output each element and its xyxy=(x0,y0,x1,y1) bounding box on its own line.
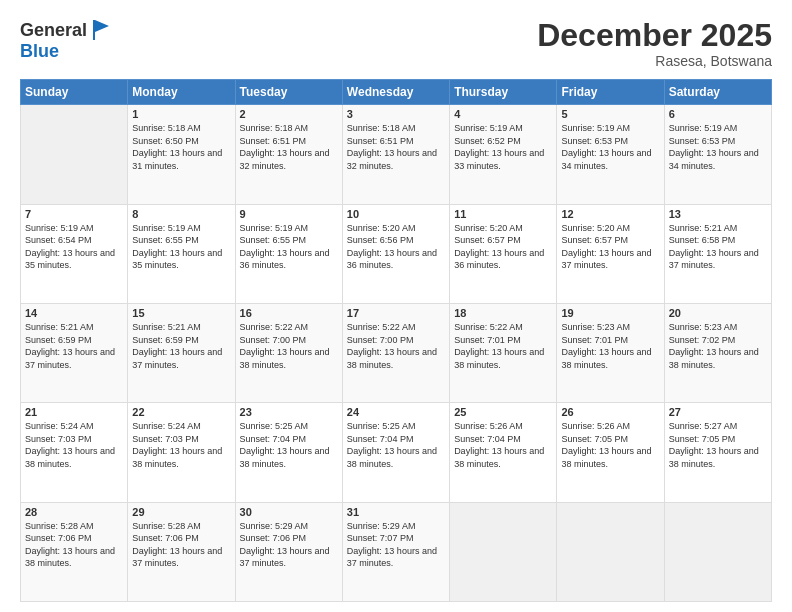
logo-flag-icon xyxy=(89,18,113,42)
day-number: 3 xyxy=(347,108,445,120)
day-info: Sunrise: 5:23 AM Sunset: 7:01 PM Dayligh… xyxy=(561,321,659,371)
day-number: 23 xyxy=(240,406,338,418)
day-number: 5 xyxy=(561,108,659,120)
day-number: 9 xyxy=(240,208,338,220)
calendar-cell: 1 Sunrise: 5:18 AM Sunset: 6:50 PM Dayli… xyxy=(128,105,235,204)
calendar-cell: 12 Sunrise: 5:20 AM Sunset: 6:57 PM Dayl… xyxy=(557,204,664,303)
day-info: Sunrise: 5:29 AM Sunset: 7:06 PM Dayligh… xyxy=(240,520,338,570)
day-header-saturday: Saturday xyxy=(664,80,771,105)
calendar-week-row: 14 Sunrise: 5:21 AM Sunset: 6:59 PM Dayl… xyxy=(21,303,772,402)
calendar-cell: 23 Sunrise: 5:25 AM Sunset: 7:04 PM Dayl… xyxy=(235,403,342,502)
day-info: Sunrise: 5:26 AM Sunset: 7:05 PM Dayligh… xyxy=(561,420,659,470)
day-info: Sunrise: 5:19 AM Sunset: 6:52 PM Dayligh… xyxy=(454,122,552,172)
day-info: Sunrise: 5:19 AM Sunset: 6:53 PM Dayligh… xyxy=(561,122,659,172)
calendar-cell: 24 Sunrise: 5:25 AM Sunset: 7:04 PM Dayl… xyxy=(342,403,449,502)
day-number: 1 xyxy=(132,108,230,120)
day-info: Sunrise: 5:19 AM Sunset: 6:55 PM Dayligh… xyxy=(240,222,338,272)
day-info: Sunrise: 5:19 AM Sunset: 6:53 PM Dayligh… xyxy=(669,122,767,172)
day-number: 24 xyxy=(347,406,445,418)
page: General Blue December 2025 Rasesa, Botsw… xyxy=(0,0,792,612)
calendar-cell xyxy=(450,502,557,601)
day-info: Sunrise: 5:23 AM Sunset: 7:02 PM Dayligh… xyxy=(669,321,767,371)
day-info: Sunrise: 5:20 AM Sunset: 6:57 PM Dayligh… xyxy=(454,222,552,272)
calendar-cell: 4 Sunrise: 5:19 AM Sunset: 6:52 PM Dayli… xyxy=(450,105,557,204)
day-number: 12 xyxy=(561,208,659,220)
calendar-cell: 31 Sunrise: 5:29 AM Sunset: 7:07 PM Dayl… xyxy=(342,502,449,601)
calendar-cell: 29 Sunrise: 5:28 AM Sunset: 7:06 PM Dayl… xyxy=(128,502,235,601)
day-number: 10 xyxy=(347,208,445,220)
day-info: Sunrise: 5:18 AM Sunset: 6:51 PM Dayligh… xyxy=(240,122,338,172)
calendar-cell: 18 Sunrise: 5:22 AM Sunset: 7:01 PM Dayl… xyxy=(450,303,557,402)
calendar-cell: 25 Sunrise: 5:26 AM Sunset: 7:04 PM Dayl… xyxy=(450,403,557,502)
title-area: December 2025 Rasesa, Botswana xyxy=(537,18,772,69)
day-number: 18 xyxy=(454,307,552,319)
calendar-cell: 10 Sunrise: 5:20 AM Sunset: 6:56 PM Dayl… xyxy=(342,204,449,303)
day-info: Sunrise: 5:20 AM Sunset: 6:56 PM Dayligh… xyxy=(347,222,445,272)
day-info: Sunrise: 5:24 AM Sunset: 7:03 PM Dayligh… xyxy=(132,420,230,470)
day-number: 17 xyxy=(347,307,445,319)
day-info: Sunrise: 5:22 AM Sunset: 7:01 PM Dayligh… xyxy=(454,321,552,371)
day-header-monday: Monday xyxy=(128,80,235,105)
calendar-cell: 9 Sunrise: 5:19 AM Sunset: 6:55 PM Dayli… xyxy=(235,204,342,303)
day-number: 7 xyxy=(25,208,123,220)
day-info: Sunrise: 5:26 AM Sunset: 7:04 PM Dayligh… xyxy=(454,420,552,470)
calendar-cell xyxy=(557,502,664,601)
day-number: 2 xyxy=(240,108,338,120)
day-info: Sunrise: 5:25 AM Sunset: 7:04 PM Dayligh… xyxy=(347,420,445,470)
calendar-cell: 13 Sunrise: 5:21 AM Sunset: 6:58 PM Dayl… xyxy=(664,204,771,303)
calendar-cell: 27 Sunrise: 5:27 AM Sunset: 7:05 PM Dayl… xyxy=(664,403,771,502)
day-info: Sunrise: 5:19 AM Sunset: 6:54 PM Dayligh… xyxy=(25,222,123,272)
calendar-cell: 28 Sunrise: 5:28 AM Sunset: 7:06 PM Dayl… xyxy=(21,502,128,601)
calendar-week-row: 1 Sunrise: 5:18 AM Sunset: 6:50 PM Dayli… xyxy=(21,105,772,204)
location: Rasesa, Botswana xyxy=(537,53,772,69)
day-number: 30 xyxy=(240,506,338,518)
calendar-week-row: 28 Sunrise: 5:28 AM Sunset: 7:06 PM Dayl… xyxy=(21,502,772,601)
logo-general-text: General xyxy=(20,21,87,39)
day-info: Sunrise: 5:22 AM Sunset: 7:00 PM Dayligh… xyxy=(240,321,338,371)
day-info: Sunrise: 5:25 AM Sunset: 7:04 PM Dayligh… xyxy=(240,420,338,470)
calendar-week-row: 21 Sunrise: 5:24 AM Sunset: 7:03 PM Dayl… xyxy=(21,403,772,502)
calendar-cell xyxy=(21,105,128,204)
day-number: 16 xyxy=(240,307,338,319)
calendar-table: SundayMondayTuesdayWednesdayThursdayFrid… xyxy=(20,79,772,602)
calendar-cell: 14 Sunrise: 5:21 AM Sunset: 6:59 PM Dayl… xyxy=(21,303,128,402)
logo-blue-text: Blue xyxy=(20,42,59,60)
calendar-header-row: SundayMondayTuesdayWednesdayThursdayFrid… xyxy=(21,80,772,105)
calendar-cell: 5 Sunrise: 5:19 AM Sunset: 6:53 PM Dayli… xyxy=(557,105,664,204)
calendar-cell: 7 Sunrise: 5:19 AM Sunset: 6:54 PM Dayli… xyxy=(21,204,128,303)
calendar-cell: 21 Sunrise: 5:24 AM Sunset: 7:03 PM Dayl… xyxy=(21,403,128,502)
day-number: 13 xyxy=(669,208,767,220)
day-info: Sunrise: 5:20 AM Sunset: 6:57 PM Dayligh… xyxy=(561,222,659,272)
day-number: 14 xyxy=(25,307,123,319)
day-header-thursday: Thursday xyxy=(450,80,557,105)
day-header-wednesday: Wednesday xyxy=(342,80,449,105)
calendar-cell: 17 Sunrise: 5:22 AM Sunset: 7:00 PM Dayl… xyxy=(342,303,449,402)
day-info: Sunrise: 5:21 AM Sunset: 6:58 PM Dayligh… xyxy=(669,222,767,272)
day-header-sunday: Sunday xyxy=(21,80,128,105)
day-info: Sunrise: 5:18 AM Sunset: 6:50 PM Dayligh… xyxy=(132,122,230,172)
month-title: December 2025 xyxy=(537,18,772,53)
calendar-week-row: 7 Sunrise: 5:19 AM Sunset: 6:54 PM Dayli… xyxy=(21,204,772,303)
day-info: Sunrise: 5:21 AM Sunset: 6:59 PM Dayligh… xyxy=(25,321,123,371)
calendar-cell: 22 Sunrise: 5:24 AM Sunset: 7:03 PM Dayl… xyxy=(128,403,235,502)
day-info: Sunrise: 5:19 AM Sunset: 6:55 PM Dayligh… xyxy=(132,222,230,272)
day-number: 11 xyxy=(454,208,552,220)
svg-marker-0 xyxy=(93,20,109,40)
calendar-cell: 8 Sunrise: 5:19 AM Sunset: 6:55 PM Dayli… xyxy=(128,204,235,303)
calendar-cell: 15 Sunrise: 5:21 AM Sunset: 6:59 PM Dayl… xyxy=(128,303,235,402)
day-number: 19 xyxy=(561,307,659,319)
day-info: Sunrise: 5:18 AM Sunset: 6:51 PM Dayligh… xyxy=(347,122,445,172)
day-number: 28 xyxy=(25,506,123,518)
day-number: 26 xyxy=(561,406,659,418)
day-number: 22 xyxy=(132,406,230,418)
day-info: Sunrise: 5:29 AM Sunset: 7:07 PM Dayligh… xyxy=(347,520,445,570)
calendar-cell: 11 Sunrise: 5:20 AM Sunset: 6:57 PM Dayl… xyxy=(450,204,557,303)
calendar-cell: 20 Sunrise: 5:23 AM Sunset: 7:02 PM Dayl… xyxy=(664,303,771,402)
calendar-cell: 19 Sunrise: 5:23 AM Sunset: 7:01 PM Dayl… xyxy=(557,303,664,402)
day-info: Sunrise: 5:22 AM Sunset: 7:00 PM Dayligh… xyxy=(347,321,445,371)
day-number: 20 xyxy=(669,307,767,319)
day-number: 29 xyxy=(132,506,230,518)
logo: General Blue xyxy=(20,18,113,60)
day-info: Sunrise: 5:27 AM Sunset: 7:05 PM Dayligh… xyxy=(669,420,767,470)
day-info: Sunrise: 5:21 AM Sunset: 6:59 PM Dayligh… xyxy=(132,321,230,371)
